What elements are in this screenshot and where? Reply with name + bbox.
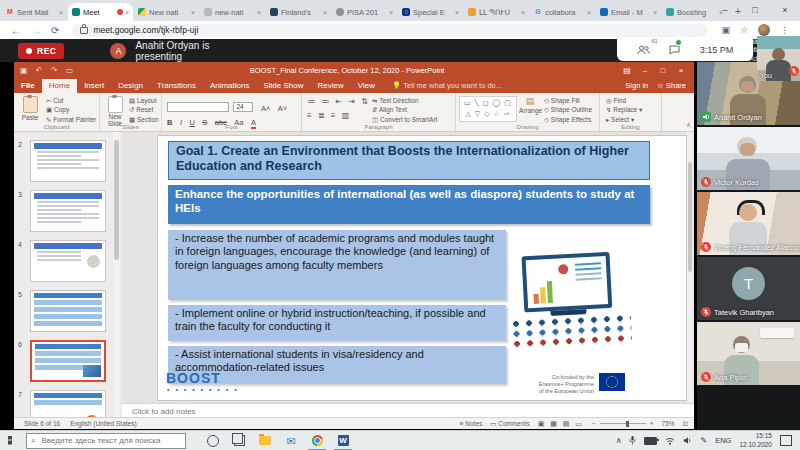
- start-button[interactable]: [0, 431, 26, 450]
- shrink-font-icon[interactable]: A˅: [278, 104, 287, 113]
- slide-thumbnail-4[interactable]: [30, 240, 106, 282]
- shape-fill-button[interactable]: ◇ Shape Fill: [544, 96, 592, 105]
- comments-toggle[interactable]: ▭ Comments: [490, 420, 529, 428]
- paste-icon[interactable]: [23, 96, 38, 113]
- tab-new-nati[interactable]: New nati ×: [134, 3, 199, 21]
- align-buttons[interactable]: ≡ ≣ ≡ ▥: [307, 111, 351, 120]
- section-button[interactable]: ▦ Section: [129, 115, 159, 124]
- tab-slide-show[interactable]: Slide Show: [256, 79, 310, 93]
- tab-collabora[interactable]: G collabora ×: [530, 3, 595, 21]
- tell-me-box[interactable]: 💡 Tell me what you want to do...: [382, 79, 502, 93]
- window-close-button[interactable]: ×: [770, 0, 800, 20]
- tab-close-icon[interactable]: ×: [587, 9, 591, 16]
- tab-close-icon[interactable]: ×: [191, 9, 195, 16]
- tab-special-e[interactable]: ○ Special E ×: [398, 3, 463, 21]
- profile-avatar[interactable]: [758, 24, 770, 36]
- slide-title[interactable]: Goal 1. Create an Environment that Boost…: [168, 141, 650, 180]
- clock[interactable]: 15:15 12.10.2020: [739, 432, 772, 448]
- panel-scrollbar[interactable]: [113, 132, 120, 417]
- fit-slide-icon[interactable]: ⊡: [683, 420, 688, 428]
- tab-finlands[interactable]: Finland's ×: [266, 3, 331, 21]
- slide-thumbnail-2[interactable]: [30, 140, 106, 182]
- wifi-icon[interactable]: [665, 437, 675, 445]
- tab-close-icon[interactable]: ×: [455, 9, 459, 16]
- copy-button[interactable]: ▣ Copy: [46, 105, 96, 114]
- video-tile-vicenc[interactable]: Vicenç Fernandez Alarcon: [697, 192, 800, 255]
- video-tile-ana[interactable]: Ana Pipio: [697, 322, 800, 385]
- sign-in-button[interactable]: Sign in: [625, 79, 656, 93]
- volume-icon[interactable]: [683, 436, 692, 445]
- slide-bullet-2[interactable]: - Implement online or hybrid instruction…: [168, 305, 506, 341]
- zoom-in-icon[interactable]: +: [650, 420, 654, 427]
- select-button[interactable]: ▸ Select ▾: [606, 115, 642, 124]
- slide-thumbnail-5[interactable]: [30, 290, 106, 332]
- cortana-button[interactable]: [200, 431, 226, 450]
- cast-icon[interactable]: ▣: [721, 25, 730, 35]
- file-explorer-button[interactable]: [252, 431, 278, 450]
- text-direction-button[interactable]: ⇋ Text Direction: [372, 96, 437, 105]
- chrome-button[interactable]: [304, 431, 330, 450]
- url-text[interactable]: meet.google.com/tjk-rbfp-uji: [93, 25, 198, 35]
- grow-font-icon[interactable]: A˄: [261, 104, 270, 113]
- zoom-slider[interactable]: [600, 423, 646, 424]
- cut-button[interactable]: ✂ Cut: [46, 96, 96, 105]
- video-tile-victor[interactable]: Victor Kordas: [697, 127, 800, 190]
- current-slide[interactable]: Goal 1. Create an Environment that Boost…: [158, 136, 686, 400]
- ppt-close-button[interactable]: ×: [672, 66, 690, 75]
- tab-close-icon[interactable]: ×: [653, 9, 657, 16]
- shapes-gallery[interactable]: ▭ ╲ ◻ ◯ ▢△ ▽ ◇ ☆ ⇨: [459, 96, 517, 122]
- forward-icon[interactable]: →: [31, 25, 41, 36]
- chat-button[interactable]: [669, 41, 680, 59]
- ribbon-display-icon[interactable]: ▤: [618, 66, 636, 75]
- align-text-button[interactable]: ⇵ Align Text: [372, 105, 437, 114]
- self-video-thumbnail[interactable]: You: [757, 36, 800, 81]
- tab-close-icon[interactable]: ×: [125, 9, 129, 16]
- tab-armenian[interactable]: ԼԼ ՊՈՒՍ ×: [464, 3, 529, 21]
- tab-meet[interactable]: Meet ×: [68, 3, 133, 21]
- video-tile-tatevik[interactable]: T Tatevik Gharibyan: [697, 257, 800, 320]
- tab-insert[interactable]: Insert: [77, 79, 111, 93]
- slide-bullet-1[interactable]: - Increase the number of academic progra…: [168, 230, 506, 300]
- share-button[interactable]: ☺ Share: [656, 79, 694, 93]
- language-indicator[interactable]: ENG: [715, 436, 731, 445]
- tab-pisa[interactable]: PISA 201 ×: [332, 3, 397, 21]
- format-painter-button[interactable]: ✎ Format Painter: [46, 115, 96, 124]
- find-button[interactable]: ◎ Find: [606, 96, 642, 105]
- notes-placeholder[interactable]: Click to add notes: [132, 407, 196, 416]
- taskbar-search[interactable]: ⌕: [26, 433, 186, 449]
- tab-animations[interactable]: Animations: [203, 79, 257, 93]
- url-field[interactable]: meet.google.com/tjk-rbfp-uji: [72, 24, 708, 37]
- tab-close-icon[interactable]: ×: [323, 9, 327, 16]
- tab-sent-mail[interactable]: M Sent Mail ×: [2, 3, 67, 21]
- action-center-icon[interactable]: [780, 435, 792, 446]
- shape-outline-button[interactable]: ◇ Shape Outline: [544, 105, 592, 114]
- zoom-percent[interactable]: 75%: [662, 420, 675, 427]
- reset-button[interactable]: ↺ Reset: [129, 105, 159, 114]
- bookmark-star-icon[interactable]: ☆: [740, 25, 748, 35]
- shape-effects-button[interactable]: ◇ Shape Effects: [544, 115, 592, 124]
- slide-thumbnail-3[interactable]: [30, 190, 106, 232]
- notes-pane[interactable]: Click to add notes: [122, 403, 694, 417]
- tab-view[interactable]: View: [351, 79, 382, 93]
- collapse-ribbon-icon[interactable]: ∧: [686, 121, 691, 129]
- slide-clipart-presentation[interactable]: [508, 251, 633, 355]
- tab-close-icon[interactable]: ×: [389, 9, 393, 16]
- tab-file[interactable]: File: [14, 79, 42, 93]
- layout-button[interactable]: ▤ Layout: [129, 96, 159, 105]
- task-view-button[interactable]: [226, 431, 252, 450]
- tab-email[interactable]: Email - M ×: [596, 3, 661, 21]
- back-icon[interactable]: ←: [11, 25, 21, 36]
- tab-home[interactable]: Home: [42, 79, 77, 93]
- convert-smartart-button[interactable]: ◫ Convert to SmartArt: [372, 115, 437, 124]
- pen-icon[interactable]: ✎: [700, 436, 707, 445]
- notes-toggle[interactable]: ≡ Notes: [460, 420, 483, 427]
- quick-access-toolbar[interactable]: ▣ ↶ ↷ ▭: [20, 66, 76, 75]
- language-status[interactable]: English (United States): [70, 420, 136, 427]
- canvas-scrollbar[interactable]: [687, 132, 693, 403]
- new-slide-icon[interactable]: [108, 96, 123, 113]
- search-input[interactable]: [39, 435, 173, 446]
- paste-label[interactable]: Paste: [18, 114, 42, 121]
- mail-button[interactable]: ✉: [278, 431, 304, 450]
- slide-thumbnail-7[interactable]: [30, 390, 106, 417]
- battery-icon[interactable]: [644, 437, 657, 445]
